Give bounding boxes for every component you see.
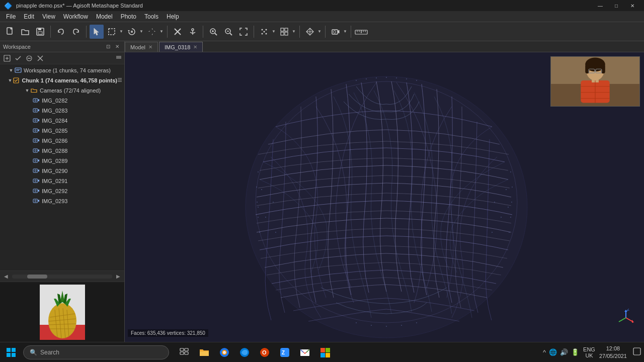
workspace-restore-icon[interactable]: ⊡ bbox=[104, 43, 112, 51]
store-button[interactable] bbox=[316, 343, 334, 361]
tab-model-close[interactable]: ✕ bbox=[148, 44, 152, 50]
tree-chunk[interactable]: ▼ Chunk 1 (74 cameras, 46,758 points) bbox=[0, 75, 124, 85]
office-button[interactable]: O bbox=[256, 343, 274, 361]
undo-button[interactable] bbox=[54, 25, 68, 39]
ws-close-button[interactable] bbox=[35, 53, 45, 63]
cancel-action-button[interactable] bbox=[171, 25, 185, 39]
zoom-out-button[interactable] bbox=[221, 25, 235, 39]
menu-model[interactable]: Model bbox=[92, 11, 117, 22]
scroll-right-button[interactable]: ▶ bbox=[114, 274, 122, 279]
scrollbar-thumb[interactable] bbox=[27, 275, 47, 279]
tray-chevron-icon[interactable]: ^ bbox=[543, 348, 546, 356]
axis-display-dropdown[interactable]: ▼ bbox=[317, 25, 322, 39]
firefox-button[interactable] bbox=[215, 343, 233, 361]
tree-camera-img0289[interactable]: IMG_0289 bbox=[0, 156, 124, 166]
svg-point-123 bbox=[257, 202, 257, 202]
tab-img0318-close[interactable]: ✕ bbox=[193, 44, 197, 50]
svg-point-22 bbox=[262, 29, 263, 30]
new-button[interactable] bbox=[3, 25, 17, 39]
menu-help[interactable]: Help bbox=[163, 11, 183, 22]
battery-icon[interactable]: 🔋 bbox=[571, 348, 579, 356]
camera-label-5: IMG_0288 bbox=[42, 148, 67, 154]
ws-minus-button[interactable] bbox=[24, 53, 34, 63]
tree-camera-img0282[interactable]: IMG_0282 bbox=[0, 96, 124, 106]
tree-chunk-expand[interactable]: ▼ bbox=[8, 78, 13, 83]
menu-edit[interactable]: Edit bbox=[20, 11, 38, 22]
chunk-icon bbox=[12, 76, 20, 84]
minimize-button[interactable]: — bbox=[593, 0, 608, 11]
gmail-button[interactable] bbox=[296, 343, 314, 361]
network-icon[interactable]: 🌐 bbox=[549, 348, 557, 356]
select-tool-button[interactable] bbox=[90, 25, 104, 39]
save-button[interactable] bbox=[33, 25, 47, 39]
svg-rect-6 bbox=[131, 31, 133, 33]
close-button[interactable]: ✕ bbox=[625, 0, 640, 11]
camera-view-button[interactable] bbox=[329, 25, 343, 39]
axis-display-button[interactable] bbox=[303, 25, 317, 39]
tree-camera-img0291[interactable]: IMG_0291 bbox=[0, 176, 124, 186]
notification-button[interactable] bbox=[633, 347, 641, 357]
pan-dropdown[interactable]: ▼ bbox=[159, 25, 164, 39]
points-display-button[interactable] bbox=[257, 25, 271, 39]
file-explorer-button[interactable] bbox=[195, 343, 213, 361]
taskbar-search-box[interactable]: 🔍 Search bbox=[23, 345, 169, 359]
camera-item-icon bbox=[32, 97, 40, 105]
rect-select-dropdown[interactable]: ▼ bbox=[119, 25, 124, 39]
tree-camera-img0285[interactable]: IMG_0285 bbox=[0, 126, 124, 136]
workspace-close-icon[interactable]: ✕ bbox=[113, 43, 121, 51]
language-indicator[interactable]: ENGUK bbox=[583, 346, 595, 358]
scroll-left-button[interactable]: ◀ bbox=[2, 274, 10, 279]
svg-marker-8 bbox=[152, 32, 153, 35]
menu-tools[interactable]: Tools bbox=[140, 11, 163, 22]
redo-button[interactable] bbox=[69, 25, 83, 39]
chunk-menu-icon[interactable] bbox=[117, 76, 122, 85]
svg-line-154 bbox=[619, 318, 626, 322]
svg-rect-27 bbox=[281, 28, 284, 31]
tree-camera-img0292[interactable]: IMG_0292 bbox=[0, 186, 124, 196]
fit-view-button[interactable] bbox=[236, 25, 251, 39]
volume-icon[interactable]: 🔊 bbox=[560, 348, 568, 356]
tree-camera-img0283[interactable]: IMG_0283 bbox=[0, 106, 124, 116]
ws-check-button[interactable] bbox=[13, 53, 23, 63]
tree-root[interactable]: ▼ Workspace (1 chunks, 74 cameras) bbox=[0, 65, 124, 75]
ws-add-button[interactable] bbox=[2, 53, 12, 63]
grid-display-dropdown[interactable]: ▼ bbox=[291, 25, 296, 39]
maximize-button[interactable]: □ bbox=[609, 0, 624, 11]
edge-button[interactable] bbox=[235, 343, 254, 361]
system-clock[interactable]: 12:08 27/05/2021 bbox=[599, 345, 627, 359]
ruler-button[interactable] bbox=[354, 25, 368, 39]
toolbar-separator-2 bbox=[86, 26, 87, 38]
tree-camera-img0288[interactable]: IMG_0288 bbox=[0, 146, 124, 156]
tree-camera-img0286[interactable]: IMG_0286 bbox=[0, 136, 124, 146]
menu-file[interactable]: File bbox=[2, 11, 20, 22]
grid-display-button[interactable] bbox=[277, 25, 291, 39]
camera-view-dropdown[interactable]: ▼ bbox=[343, 25, 348, 39]
start-button[interactable] bbox=[3, 344, 19, 360]
points-display-dropdown[interactable]: ▼ bbox=[271, 25, 276, 39]
svg-point-62 bbox=[35, 110, 36, 111]
ws-expand-icon[interactable] bbox=[115, 54, 122, 62]
viewport-3d[interactable]: Perspective 30° bbox=[125, 52, 644, 342]
rotate-view-dropdown[interactable]: ▼ bbox=[139, 25, 144, 39]
zoom-in-button[interactable] bbox=[206, 25, 220, 39]
tree-cameras-group[interactable]: ▼ Cameras (72/74 aligned) bbox=[0, 85, 124, 96]
task-view-button[interactable] bbox=[175, 343, 193, 361]
pan-button[interactable] bbox=[145, 25, 159, 39]
tab-model[interactable]: Model ✕ bbox=[125, 42, 158, 52]
zoom-button[interactable]: Z bbox=[276, 343, 294, 361]
tree-camera-img0284[interactable]: IMG_0284 bbox=[0, 116, 124, 126]
rotate-view-button[interactable] bbox=[125, 25, 139, 39]
tree-cameras-expand[interactable]: ▼ bbox=[24, 88, 30, 93]
open-button[interactable] bbox=[18, 25, 32, 39]
anchor-button[interactable] bbox=[186, 25, 200, 39]
menu-view[interactable]: View bbox=[38, 11, 59, 22]
tree-camera-img0290[interactable]: IMG_0290 bbox=[0, 166, 124, 176]
menu-photo[interactable]: Photo bbox=[117, 11, 140, 22]
tree-root-expand[interactable]: ▼ bbox=[8, 68, 14, 73]
tree-camera-img0293-partial[interactable]: IMG_0293 bbox=[0, 196, 124, 206]
menu-workflow[interactable]: Workflow bbox=[59, 11, 92, 22]
tab-img0318[interactable]: IMG_0318 ✕ bbox=[159, 42, 203, 52]
rect-select-button[interactable] bbox=[105, 25, 119, 39]
horizontal-scrollbar[interactable] bbox=[12, 275, 112, 279]
camera-preview-overlay bbox=[550, 56, 640, 107]
